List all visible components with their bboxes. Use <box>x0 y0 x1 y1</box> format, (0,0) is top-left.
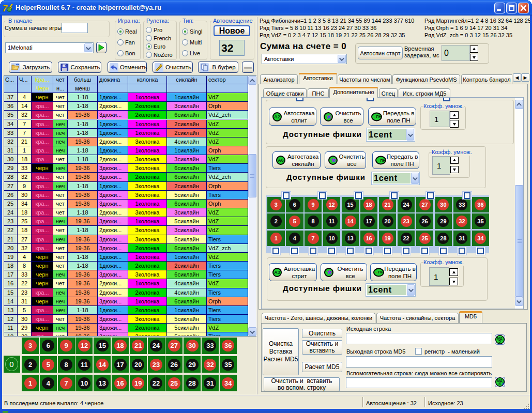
svg-text:5: 5 <box>498 339 501 344</box>
svg-text:5: 5 <box>498 381 501 386</box>
